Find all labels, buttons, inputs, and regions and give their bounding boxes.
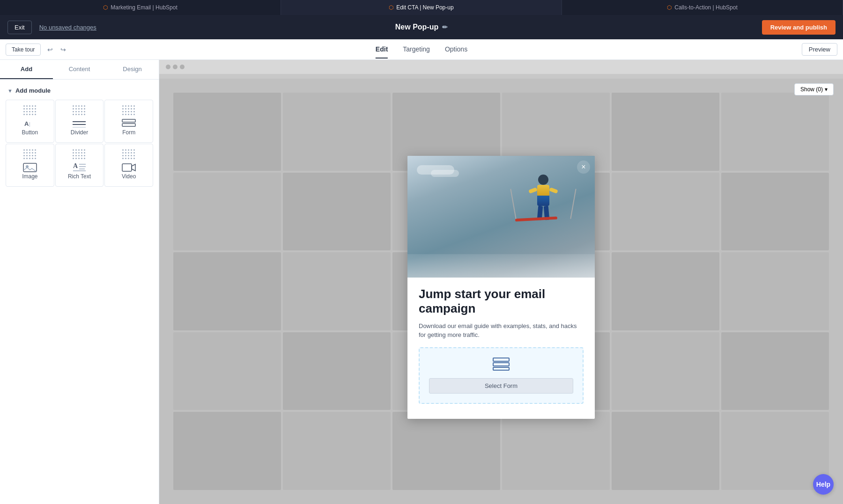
sidebar-tab-design[interactable]: Design — [106, 60, 159, 79]
canvas-dot-2 — [173, 65, 177, 69]
popup-image: × — [407, 156, 595, 278]
svg-text:A: A — [73, 162, 78, 169]
popup-modal: × Jump start your email campaign Downloa… — [407, 156, 595, 419]
popup-headline: Jump start your email campaign — [419, 287, 584, 316]
canvas-dot-1 — [166, 65, 170, 69]
rich-text-module-icon: A — [71, 153, 88, 169]
browser-tab-marketing-label: Marketing Email | HubSpot — [111, 4, 177, 11]
svg-rect-17 — [493, 367, 509, 370]
snow-ground — [407, 254, 595, 278]
svg-rect-16 — [493, 363, 509, 366]
form-icon-svg — [121, 118, 136, 129]
hubspot-logo-calls: ⬡ — [667, 4, 672, 11]
show-chevron-icon: ▾ — [825, 86, 828, 93]
canvas-dots-bar — [159, 60, 843, 74]
canvas-dot-3 — [180, 65, 185, 69]
show-button[interactable]: Show (0) ▾ — [794, 83, 834, 95]
divider-module-icon — [71, 109, 88, 125]
browser-tabs: ⬡ Marketing Email | HubSpot ⬡ Edit CTA |… — [0, 0, 843, 15]
modules-grid: A | Button — [0, 100, 159, 187]
main-layout: Add Content Design ▼ Add module — [0, 60, 843, 504]
take-tour-button[interactable]: Take tour — [6, 44, 41, 56]
svg-rect-14 — [122, 164, 132, 171]
hubspot-logo-edit-cta: ⬡ — [389, 4, 393, 11]
popup-close-button[interactable]: × — [577, 161, 590, 174]
form-placeholder-icon — [493, 358, 510, 373]
browser-tab-edit-cta-label: Edit CTA | New Pop-up — [396, 4, 453, 11]
close-icon: × — [581, 163, 585, 171]
chevron-down-icon: ▼ — [7, 88, 13, 94]
divider-icon-svg — [72, 118, 87, 129]
preview-button[interactable]: Preview — [802, 43, 837, 56]
rich-text-icon-svg: A — [72, 162, 87, 173]
svg-rect-5 — [122, 119, 135, 122]
image-module-icon — [22, 153, 38, 169]
tab-options[interactable]: Options — [445, 41, 467, 58]
sidebar-tab-add[interactable]: Add — [0, 60, 53, 79]
svg-text:A: A — [24, 120, 29, 127]
edit-title-icon[interactable]: ✏ — [442, 23, 448, 31]
toolbar-tabs: Edit Targeting Options — [376, 41, 467, 58]
sidebar-tabs: Add Content Design — [0, 60, 159, 80]
browser-tab-calls[interactable]: ⬡ Calls-to-Action | HubSpot — [562, 0, 843, 15]
video-module-label: Video — [122, 173, 136, 180]
add-module-header: ▼ Add module — [0, 80, 159, 100]
tab-targeting[interactable]: Targeting — [403, 41, 430, 58]
sidebar-tab-content[interactable]: Content — [53, 60, 106, 79]
form-module-label: Form — [122, 129, 135, 136]
module-video[interactable]: Video — [104, 144, 153, 187]
module-image[interactable]: Image — [6, 144, 54, 187]
image-module-label: Image — [22, 173, 37, 180]
popup-content: Jump start your email campaign Download … — [407, 278, 595, 419]
browser-tab-calls-label: Calls-to-Action | HubSpot — [674, 4, 738, 11]
popup-form-area[interactable]: Select Form — [419, 347, 584, 404]
exit-button[interactable]: Exit — [7, 21, 32, 34]
tab-edit[interactable]: Edit — [376, 41, 388, 58]
app-header: Exit No unsaved changes New Pop-up ✏ Rev… — [0, 15, 843, 39]
svg-rect-15 — [493, 358, 509, 361]
image-icon-svg — [22, 162, 37, 173]
module-button[interactable]: A | Button — [6, 100, 54, 143]
browser-tab-edit-cta[interactable]: ⬡ Edit CTA | New Pop-up — [281, 0, 562, 15]
module-rich-text[interactable]: A Rich Text — [55, 144, 104, 187]
video-module-icon — [120, 153, 137, 169]
sidebar: Add Content Design ▼ Add module — [0, 60, 159, 504]
show-button-label: Show (0) — [800, 86, 823, 93]
button-icon-svg: A | — [22, 118, 37, 129]
browser-tab-marketing[interactable]: ⬡ Marketing Email | HubSpot — [0, 0, 281, 15]
cloud-2 — [431, 170, 459, 177]
rich-text-module-label: Rich Text — [68, 173, 91, 180]
button-module-label: Button — [22, 129, 38, 136]
popup-title: New Pop-up ✏ — [395, 23, 448, 31]
hubspot-logo-marketing: ⬡ — [103, 4, 108, 11]
popup-subtext: Download our email guide with examples, … — [419, 321, 584, 340]
svg-rect-6 — [122, 124, 135, 126]
undo-button[interactable]: ↩ — [44, 44, 56, 55]
popup-name: New Pop-up — [395, 23, 438, 31]
help-button[interactable]: Help — [813, 474, 834, 495]
button-module-icon: A | — [22, 109, 38, 125]
add-module-label: Add module — [15, 87, 51, 94]
module-divider[interactable]: Divider — [55, 100, 104, 143]
divider-module-label: Divider — [71, 129, 88, 136]
redo-button[interactable]: ↪ — [58, 44, 69, 55]
unsaved-changes-link[interactable]: No unsaved changes — [39, 24, 96, 31]
module-form[interactable]: Form — [104, 100, 153, 143]
undo-redo-group: ↩ ↪ — [44, 44, 69, 55]
select-form-button[interactable]: Select Form — [429, 378, 573, 394]
skier-figure — [529, 175, 557, 220]
canvas-area: Show (0) ▾ — [159, 60, 843, 504]
video-icon-svg — [121, 162, 136, 173]
review-publish-button[interactable]: Review and publish — [762, 20, 836, 35]
svg-text:|: | — [29, 122, 30, 127]
form-module-icon — [120, 109, 137, 125]
toolbar: Take tour ↩ ↪ Edit Targeting Options Pre… — [0, 39, 843, 60]
